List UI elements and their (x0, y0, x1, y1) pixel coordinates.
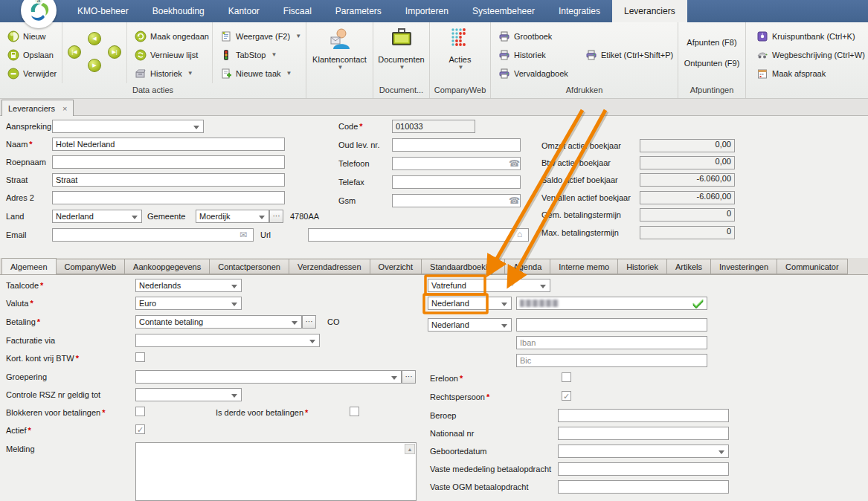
facturatie-via-dropdown[interactable] (135, 334, 320, 347)
ereloon-checkbox[interactable] (562, 372, 571, 382)
nieuw-button[interactable]: Nieuw (4, 27, 59, 45)
historiek-print-button[interactable]: Historiek (495, 45, 575, 64)
acties-button[interactable]: Acties ▼ (430, 22, 490, 71)
btw-nummer-input[interactable] (516, 297, 707, 310)
documenten-button[interactable]: Documenten ▼ (373, 22, 429, 71)
menu-tab-kantoor[interactable]: Kantoor (216, 0, 271, 22)
taalcode-dropdown[interactable]: Nederlands (135, 279, 242, 292)
tab-overzicht[interactable]: Overzicht (370, 259, 421, 274)
telefax-input[interactable] (392, 175, 521, 189)
betaling-dropdown[interactable]: Contante betaling (135, 315, 302, 329)
aanspreking-dropdown[interactable] (52, 120, 204, 133)
nav-next-button[interactable]: ▶ (88, 59, 101, 72)
bic-input[interactable] (516, 354, 707, 367)
btw-land-dropdown[interactable]: Nederland (428, 297, 512, 310)
gsm-label: Gsm (338, 196, 356, 205)
scroll-up-icon[interactable]: ▲ (405, 444, 415, 454)
vervaldagboek-print-button[interactable]: Vervaldagboek (495, 64, 575, 83)
iban-input[interactable] (516, 336, 707, 349)
straat-input[interactable] (52, 173, 285, 187)
adres2-input[interactable] (52, 191, 285, 204)
ontpunten-button[interactable]: Ontpunten (F9) (680, 56, 745, 70)
document-tab-leveranciers[interactable]: Leveranciers × (1, 100, 74, 116)
gemeente-lookup-button[interactable]: ··· (269, 210, 283, 223)
actief-checkbox[interactable] (135, 424, 145, 434)
klantencontact-button[interactable]: Klantencontact ▼ (306, 22, 373, 71)
tab-verzendadressen[interactable]: Verzendadressen (289, 259, 370, 274)
kort-kont-vrij-btw-checkbox[interactable] (135, 352, 145, 362)
tab-communicator[interactable]: Communicator (777, 259, 848, 274)
url-input[interactable] (308, 228, 529, 242)
undo-icon (135, 30, 147, 42)
opslaan-button[interactable]: Opslaan (4, 45, 59, 64)
nationaal-nr-input[interactable] (558, 427, 729, 440)
url-home-icon[interactable]: ⌂ (517, 229, 522, 239)
ribbon-group-extra: Kruispuntbank (Ctrl+K) Wegbeschrijving (… (746, 22, 868, 98)
tab-aankoopgegevens[interactable]: Aankoopgegevens (124, 259, 209, 274)
weergave-button[interactable]: Weergave (F2)▼ (217, 27, 300, 45)
tab-investeringen[interactable]: Investeringen (710, 259, 777, 274)
nieuwe-taak-button[interactable]: Nieuwe taak▼ (217, 64, 300, 83)
tab-agenda[interactable]: Agenda (504, 259, 550, 274)
menu-tab-parameters[interactable]: Parameters (324, 0, 393, 22)
email-envelope-icon[interactable]: ✉ (239, 230, 247, 240)
vernieuw-lijst-button[interactable]: Vernieuw lijst (132, 45, 209, 64)
maak-ongedaan-button[interactable]: Maak ongedaan (132, 27, 209, 45)
historiek-button[interactable]: Historiek▼ (132, 64, 209, 83)
land-dropdown[interactable]: Nederland (52, 210, 142, 223)
menu-tab-importeren[interactable]: Importeren (393, 0, 460, 22)
oud-lev-nr-input[interactable] (392, 138, 521, 152)
telefoon-input[interactable] (392, 157, 521, 170)
nav-first-button[interactable]: |◀ (68, 45, 81, 59)
chevron-down-icon (193, 126, 199, 129)
groepering-lookup-button[interactable]: ··· (402, 370, 416, 384)
beroep-input[interactable] (558, 409, 729, 422)
menu-tab-fiscaal[interactable]: Fiscaal (271, 0, 324, 22)
tab-historiek[interactable]: Historiek (617, 259, 666, 274)
melding-textarea[interactable]: ▲ (135, 442, 417, 501)
verwijder-button[interactable]: Verwijder (4, 64, 59, 83)
close-tab-icon[interactable]: × (62, 104, 67, 113)
menu-tab-systeembeheer[interactable]: Systeembeheer (460, 0, 547, 22)
naam-input[interactable] (52, 138, 285, 151)
tab-artikels[interactable]: Artikels (666, 259, 710, 274)
tabstop-button[interactable]: TabStop▼ (217, 45, 300, 64)
controle-rsz-dropdown[interactable] (135, 388, 242, 401)
fiscaal-land-dropdown[interactable]: Nederland (428, 318, 512, 332)
tab-algemeen[interactable]: Algemeen (1, 258, 57, 275)
groepering-dropdown[interactable] (135, 370, 402, 384)
afpunten-button[interactable]: Afpunten (F8) (682, 36, 741, 49)
menu-tab-boekhouding[interactable]: Boekhouding (141, 0, 216, 22)
blokkeren-checkbox[interactable] (135, 407, 145, 416)
vatrefund-dropdown[interactable]: Vatrefund (428, 279, 550, 292)
tab-contactpersonen[interactable]: Contactpersonen (209, 259, 289, 274)
etiket-print-button[interactable]: Etiket (Ctrl+Shift+P) (582, 46, 675, 65)
chevron-down-icon (231, 303, 237, 306)
vaste-ogm-input[interactable] (558, 480, 729, 494)
ribbon-toolbar: Nieuw Opslaan Verwijder ◀ |◀ ▶| ▶ (0, 22, 868, 99)
fiscaal-nummer-input[interactable] (516, 318, 707, 332)
gemeente-dropdown[interactable]: Moerdijk (196, 210, 269, 223)
nav-last-button[interactable]: ▶| (108, 45, 121, 59)
is-derde-checkbox[interactable] (350, 407, 359, 416)
vaste-mededeling-label: Vaste mededeling betaalopdracht (430, 465, 551, 473)
grootboek-print-button[interactable]: Grootboek (495, 27, 575, 45)
kruispuntbank-button[interactable]: Kruispuntbank (Ctrl+K) (753, 27, 865, 45)
maak-afspraak-button[interactable]: Maak afspraak (753, 64, 865, 83)
vaste-mededeling-input[interactable] (558, 462, 729, 476)
tab-standaardboeking[interactable]: Standaardboeking (421, 259, 504, 274)
menu-tab-integraties[interactable]: Integraties (547, 0, 612, 22)
geboortedatum-dropdown[interactable] (558, 445, 729, 458)
roepnaam-input[interactable] (52, 155, 285, 169)
nav-previous-button[interactable]: ◀ (88, 32, 101, 45)
gsm-input[interactable] (392, 194, 521, 207)
email-input[interactable] (52, 228, 254, 242)
tab-companyweb[interactable]: CompanyWeb (57, 259, 125, 274)
tab-interne-memo[interactable]: Interne memo (550, 259, 617, 274)
wegbeschrijving-button[interactable]: Wegbeschrijving (Ctrl+W) (753, 45, 865, 64)
menu-tab-kmo-beheer[interactable]: KMO-beheer (65, 0, 141, 22)
betaling-lookup-button[interactable]: ··· (302, 315, 316, 329)
rechtspersoon-checkbox[interactable] (562, 391, 571, 401)
valuta-dropdown[interactable]: Euro (135, 297, 242, 310)
menu-tab-leveranciers[interactable]: Leveranciers (612, 0, 687, 22)
